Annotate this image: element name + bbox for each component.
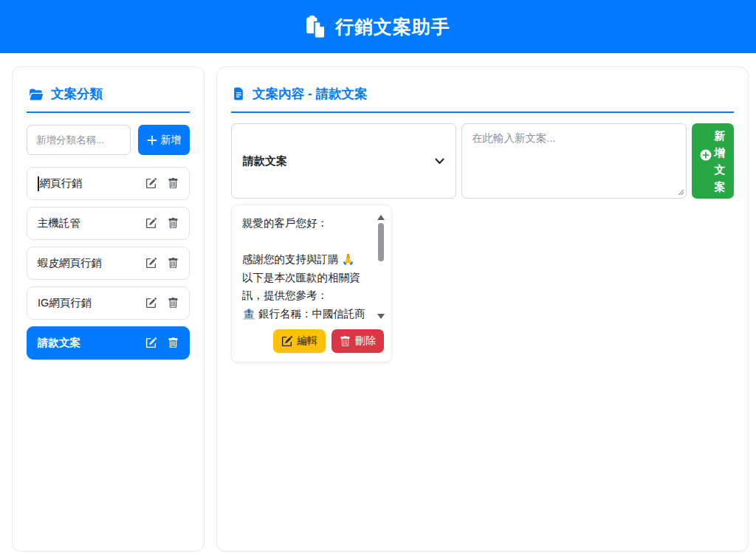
trash-icon[interactable] <box>168 298 179 309</box>
category-panel: 文案分類 新增 網頁行銷 <box>12 66 205 552</box>
category-item-actions <box>145 178 179 189</box>
trash-icon <box>340 336 351 347</box>
category-item-label: 蝦皮網頁行銷 <box>38 256 102 270</box>
category-item-label: 網頁行銷 <box>40 176 83 190</box>
app-title: 行銷文案助手 <box>335 15 450 39</box>
category-item-label: 主機託管 <box>38 216 80 230</box>
content-panel-title-text: 文案內容 - 請款文案 <box>252 85 368 103</box>
copy-card-actions: 編輯 刪除 <box>242 329 386 353</box>
add-copy-button[interactable]: 新增文案 <box>692 123 734 199</box>
edit-icon[interactable] <box>145 178 157 189</box>
category-list: 網頁行銷 主機託管 <box>27 167 190 360</box>
category-item[interactable]: 蝦皮網頁行銷 <box>27 247 190 280</box>
add-category-row: 新增 <box>27 125 190 155</box>
edit-icon[interactable] <box>145 298 157 309</box>
text-caret <box>38 176 39 191</box>
folder-open-icon <box>28 87 44 101</box>
edit-icon[interactable] <box>145 258 157 269</box>
add-copy-button-label: 新增文案 <box>714 127 726 196</box>
category-item-actions <box>145 298 179 309</box>
plus-circle-icon <box>700 149 712 161</box>
category-select-value: 請款文案 <box>243 154 287 168</box>
new-copy-wrap <box>461 123 687 199</box>
delete-copy-button[interactable]: 刪除 <box>331 329 384 353</box>
content-panel: 文案內容 - 請款文案 請款文案 新增文案 <box>216 66 749 552</box>
main-layout: 文案分類 新增 網頁行銷 <box>0 53 756 552</box>
edit-icon[interactable] <box>145 337 157 348</box>
add-category-button-label: 新增 <box>161 134 182 147</box>
category-item-label: 請款文案 <box>38 336 80 350</box>
copy-input-row: 請款文案 新增文案 <box>231 123 734 199</box>
category-item-actions <box>145 218 179 229</box>
category-item[interactable]: 網頁行銷 <box>27 167 190 200</box>
edit-copy-button[interactable]: 編輯 <box>273 329 326 353</box>
edit-icon <box>281 336 292 347</box>
add-category-button[interactable]: 新增 <box>138 125 190 155</box>
category-item-actions <box>145 337 179 348</box>
trash-icon[interactable] <box>168 337 179 348</box>
category-item-label: IG網頁行銷 <box>38 296 92 310</box>
card-scrollbar[interactable] <box>375 214 386 320</box>
category-item[interactable]: 主機託管 <box>27 207 190 240</box>
scrollbar-thumb[interactable] <box>378 223 384 261</box>
category-item-active[interactable]: 請款文案 <box>27 326 190 360</box>
new-copy-textarea[interactable] <box>461 123 687 199</box>
copy-card-text: 親愛的客戶您好： 感謝您的支持與訂購 🙏 以下是本次匯款的相關資訊，提供您參考：… <box>242 214 375 320</box>
plus-icon <box>147 135 157 145</box>
chevron-down-icon <box>435 158 444 165</box>
category-select[interactable]: 請款文案 <box>231 123 456 199</box>
trash-icon[interactable] <box>168 178 179 189</box>
copy-icon <box>306 16 326 38</box>
delete-copy-button-label: 刪除 <box>355 334 376 348</box>
trash-icon[interactable] <box>168 218 179 229</box>
category-item-actions <box>145 258 179 269</box>
scroll-down-arrow-icon[interactable] <box>377 314 385 319</box>
category-item[interactable]: IG網頁行銷 <box>27 286 190 320</box>
edit-icon[interactable] <box>145 218 157 229</box>
category-panel-title: 文案分類 <box>27 83 190 113</box>
file-text-icon <box>233 86 245 101</box>
scroll-up-arrow-icon[interactable] <box>377 215 385 220</box>
copy-card: 親愛的客戶您好： 感謝您的支持與訂購 🙏 以下是本次匯款的相關資訊，提供您參考：… <box>231 205 392 363</box>
edit-copy-button-label: 編輯 <box>297 334 317 348</box>
app-header: 行銷文案助手 <box>0 0 756 53</box>
category-panel-title-text: 文案分類 <box>51 85 103 103</box>
copy-card-body: 親愛的客戶您好： 感謝您的支持與訂購 🙏 以下是本次匯款的相關資訊，提供您參考：… <box>242 214 386 320</box>
content-panel-title: 文案內容 - 請款文案 <box>231 83 734 113</box>
trash-icon[interactable] <box>168 258 179 269</box>
new-category-input[interactable] <box>27 125 131 155</box>
